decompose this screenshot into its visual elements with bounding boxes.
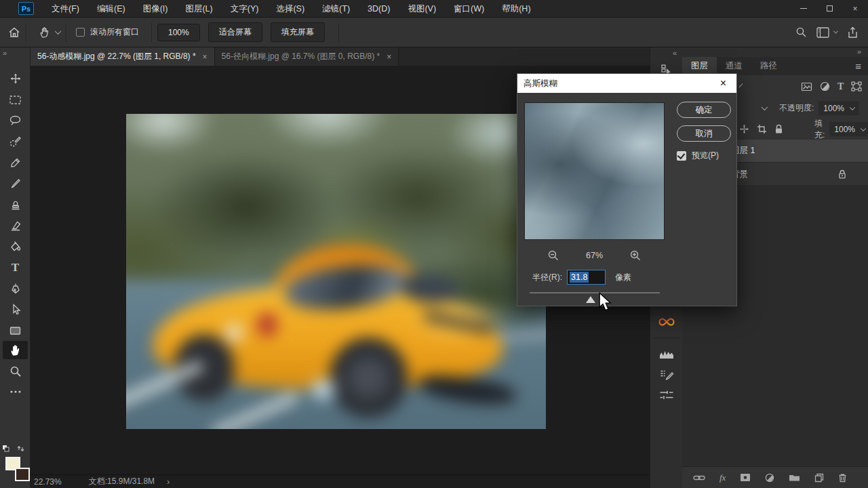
zoom-100-button[interactable]: 100% [157, 24, 200, 41]
opacity-label: 不透明度: [779, 102, 814, 114]
menu-3d[interactable]: 3D(D) [359, 0, 399, 18]
quick-selection-tool[interactable] [3, 132, 28, 150]
panel-menu-icon[interactable]: ≡ [855, 60, 861, 72]
preview-zoom-level: 67% [586, 251, 603, 260]
fit-screen-button[interactable]: 适合屏幕 [208, 22, 262, 42]
search-icon[interactable] [795, 26, 807, 38]
marquee-tool[interactable] [3, 90, 28, 108]
status-chevron-icon[interactable]: › [167, 476, 170, 487]
background-color-swatch[interactable] [15, 468, 30, 481]
shape-tool[interactable] [3, 321, 28, 340]
zoom-out-icon[interactable] [547, 249, 559, 262]
dialog-close-icon[interactable]: × [716, 77, 730, 89]
checkbox-unchecked[interactable] [76, 28, 85, 37]
lock-artboard-icon[interactable] [757, 124, 767, 134]
restore-icon[interactable] [816, 0, 842, 18]
dialog-title: 高斯模糊 [524, 78, 557, 89]
eraser-tool[interactable] [3, 216, 28, 235]
zoom-in-icon[interactable] [629, 249, 642, 262]
document-tab-1[interactable]: 56-动感模糊.jpg @ 22.7% (图层 1, RGB/8) * × [31, 47, 215, 66]
hand-tool-options-icon[interactable] [39, 26, 51, 39]
ok-button[interactable]: 确定 [677, 102, 731, 118]
new-layer-icon[interactable] [814, 473, 824, 483]
collapse-panels-icon[interactable]: « [673, 49, 677, 57]
layer-style-icon[interactable]: fx [719, 472, 726, 483]
hand-tool[interactable] [3, 341, 28, 359]
menu-layer[interactable]: 图层(L) [176, 0, 221, 18]
layers-panel-footer: fx [682, 466, 868, 488]
menu-window[interactable]: 窗口(W) [445, 0, 493, 18]
radius-label: 半径(R): [532, 272, 562, 283]
brushes-panel-icon[interactable] [654, 385, 679, 405]
link-layers-icon[interactable] [693, 474, 705, 481]
checkbox-checked-icon[interactable] [677, 151, 686, 161]
share-icon[interactable] [847, 26, 859, 39]
menu-view[interactable]: 视图(V) [399, 0, 445, 18]
blur-preview-thumbnail[interactable] [524, 102, 665, 240]
fill-label: 填充: [814, 118, 825, 141]
filter-shape-layers-icon[interactable] [851, 81, 862, 92]
gradient-bucket-tool[interactable] [3, 237, 28, 256]
tab-paths[interactable]: 路径 [751, 57, 786, 75]
tab-close-icon[interactable]: × [203, 52, 208, 62]
clone-stamp-tool[interactable] [3, 195, 28, 214]
collapse-dock-icon[interactable]: » [857, 47, 861, 56]
filter-type-chevron-icon[interactable] [739, 83, 743, 87]
radius-input[interactable]: 31.8 [567, 270, 606, 285]
delete-layer-icon[interactable] [838, 473, 847, 483]
generative-panel-icon[interactable] [654, 312, 679, 332]
document-tab-2[interactable]: 56-径向模糊.jpg @ 16.7% (图层 0, RGB/8) * × [215, 47, 399, 66]
opacity-value-dropdown[interactable]: 100% [818, 101, 859, 115]
minimize-icon[interactable] [791, 0, 816, 18]
chevron-down-icon[interactable] [55, 28, 62, 35]
menu-image[interactable]: 图像(I) [134, 0, 177, 18]
preview-checkbox[interactable]: 预览(P) [677, 150, 719, 161]
brush-settings-panel-icon[interactable] [654, 365, 679, 385]
histogram-panel-icon[interactable] [654, 344, 679, 365]
menu-select[interactable]: 选择(S) [267, 0, 313, 18]
cancel-button[interactable]: 取消 [677, 125, 731, 142]
background-lock-icon [838, 169, 846, 179]
pen-tool[interactable] [3, 279, 28, 298]
radius-slider-track[interactable] [530, 292, 660, 293]
zoom-tool[interactable] [3, 362, 28, 380]
menu-file[interactable]: 文件(F) [43, 0, 88, 18]
toolbar-collapse-icon[interactable]: » [3, 49, 7, 57]
menu-help[interactable]: 帮助(H) [493, 0, 539, 18]
path-select-tool[interactable] [3, 300, 28, 319]
lock-all-icon[interactable] [774, 124, 783, 134]
more-tools-icon[interactable] [3, 382, 28, 401]
type-tool[interactable]: T [3, 258, 28, 277]
menu-edit[interactable]: 编辑(E) [88, 0, 134, 18]
close-icon[interactable]: × [842, 0, 868, 18]
lock-position-icon[interactable] [739, 124, 749, 134]
color-swatches[interactable] [4, 451, 28, 487]
tab-channels[interactable]: 通道 [717, 57, 751, 75]
layer-mask-icon[interactable] [740, 473, 751, 482]
menu-filter[interactable]: 滤镜(T) [313, 0, 359, 18]
document-tab-2-label: 56-径向模糊.jpg @ 16.7% (图层 0, RGB/8) * [222, 51, 380, 62]
dialog-title-bar[interactable]: 高斯模糊 × [517, 74, 736, 93]
status-zoom-level[interactable]: 22.73% [34, 477, 62, 487]
filter-type-layers-icon[interactable]: T [837, 81, 844, 92]
blend-mode-chevron-icon[interactable] [762, 104, 768, 110]
filter-pixel-layers-icon[interactable] [801, 82, 812, 92]
fill-screen-button[interactable]: 填充屏幕 [271, 22, 325, 42]
tab-close-icon[interactable]: × [387, 52, 391, 62]
home-icon[interactable] [8, 26, 20, 39]
tool-options-bar: 滚动所有窗口 100% 适合屏幕 填充屏幕 [0, 18, 868, 47]
lasso-tool[interactable] [3, 111, 28, 129]
menu-type[interactable]: 文字(Y) [222, 0, 268, 18]
document-image[interactable] [126, 114, 546, 429]
workspace-switcher-icon[interactable] [816, 27, 837, 38]
tab-layers[interactable]: 图层 [682, 57, 717, 75]
scroll-all-windows-checkbox[interactable]: 滚动所有窗口 [76, 26, 139, 38]
fill-value-dropdown[interactable]: 100% [829, 122, 868, 136]
radius-slider-thumb[interactable] [586, 296, 595, 303]
brush-tool[interactable] [3, 174, 28, 192]
move-tool[interactable] [3, 69, 28, 87]
adjustment-layer-icon[interactable] [765, 473, 774, 483]
filter-adjustment-layers-icon[interactable] [820, 81, 830, 92]
new-group-icon[interactable] [789, 473, 800, 482]
eyedropper-tool[interactable] [3, 153, 28, 171]
